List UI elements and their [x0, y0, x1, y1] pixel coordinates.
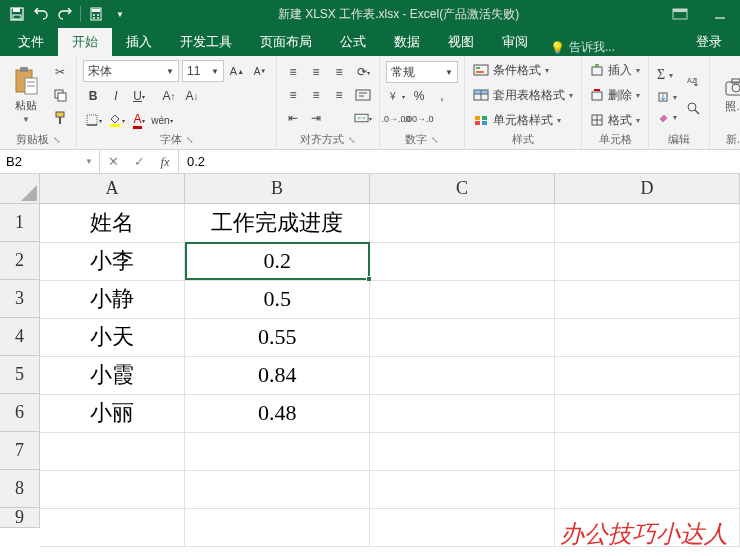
wrap-text-icon[interactable] — [353, 85, 373, 105]
bold-button[interactable]: B — [83, 86, 103, 106]
align-bottom-icon[interactable]: ≡ — [329, 62, 349, 82]
cut-button[interactable]: ✂ — [50, 62, 70, 82]
decrease-decimal-icon[interactable]: .00→.0 — [409, 109, 429, 129]
fill-color-button[interactable]: ▾ — [106, 110, 126, 130]
cell-A4: 小天 — [40, 318, 185, 356]
minimize-button[interactable] — [700, 0, 740, 28]
tab-insert[interactable]: 插入 — [112, 28, 166, 56]
font-name-select[interactable]: 宋体▼ — [83, 60, 179, 82]
tab-home[interactable]: 开始 — [58, 28, 112, 56]
group-alignment: ≡ ≡ ≡ ≡ ≡ ≡ ⇤ ⇥ ⟳▾ ▾ 对齐方式⤡ — [277, 56, 380, 149]
paste-button[interactable]: 粘贴 ▼ — [6, 60, 46, 130]
clear-button[interactable]: ▾ — [655, 110, 679, 124]
tab-formulas[interactable]: 公式 — [326, 28, 380, 56]
row-header-1[interactable]: 1 — [0, 204, 40, 242]
row-header-8[interactable]: 8 — [0, 470, 40, 508]
title-bar: ▼ 新建 XLSX 工作表.xlsx - Excel(产品激活失败) — [0, 0, 740, 28]
underline-button[interactable]: U▾ — [129, 86, 149, 106]
tab-view[interactable]: 视图 — [434, 28, 488, 56]
undo-icon[interactable] — [30, 3, 52, 25]
border-button[interactable]: ▾ — [83, 110, 103, 130]
percent-format-icon[interactable]: % — [409, 86, 429, 106]
select-all-button[interactable] — [0, 174, 40, 204]
tab-review[interactable]: 审阅 — [488, 28, 542, 56]
delete-cells-button[interactable]: 删除▾ — [588, 86, 642, 105]
row-header-9[interactable]: 9 — [0, 508, 40, 528]
col-header-C[interactable]: C — [370, 174, 555, 204]
cell-B4: 0.55 — [185, 318, 370, 356]
fx-button[interactable]: fx — [152, 154, 178, 170]
italic-button[interactable]: I — [106, 86, 126, 106]
align-right-icon[interactable]: ≡ — [329, 85, 349, 105]
camera-button[interactable]: 照… — [716, 60, 740, 130]
find-select-button[interactable] — [683, 98, 703, 118]
col-header-B[interactable]: B — [185, 174, 370, 204]
cell-styles-button[interactable]: 单元格样式▾ — [471, 111, 575, 130]
insert-cells-button[interactable]: 插入▾ — [588, 61, 642, 80]
merge-cells-icon[interactable]: ▾ — [353, 108, 373, 128]
format-cells-button[interactable]: 格式▾ — [588, 111, 642, 130]
cells-table[interactable]: 姓名工作完成进度 小李0.2 小静0.5 小天0.55 小霞0.84 小丽0.4… — [40, 204, 740, 547]
increase-decimal-icon[interactable]: .0→.00 — [386, 109, 406, 129]
ribbon-options-icon[interactable] — [660, 0, 700, 28]
number-launcher[interactable]: ⤡ — [431, 135, 439, 145]
align-top-icon[interactable]: ≡ — [283, 62, 303, 82]
login-button[interactable]: 登录 — [682, 28, 736, 56]
decrease-font-icon[interactable]: A▼ — [250, 61, 270, 81]
font-size-select[interactable]: 11▼ — [182, 60, 224, 82]
table-format-button[interactable]: 套用表格格式▾ — [471, 86, 575, 105]
increase-font-alt[interactable]: A↑ — [159, 86, 179, 106]
row-header-3[interactable]: 3 — [0, 280, 40, 318]
enter-formula-button[interactable]: ✓ — [126, 154, 152, 169]
orientation-icon[interactable]: ⟳▾ — [353, 62, 373, 82]
increase-font-icon[interactable]: A▲ — [227, 61, 247, 81]
align-center-icon[interactable]: ≡ — [306, 85, 326, 105]
tell-me-search[interactable]: 💡 告诉我... — [542, 39, 623, 56]
qat-customize-icon[interactable]: ▼ — [109, 3, 131, 25]
row-header-2[interactable]: 2 — [0, 242, 40, 280]
row-header-4[interactable]: 4 — [0, 318, 40, 356]
phonetic-button[interactable]: wén▾ — [152, 110, 172, 130]
col-header-A[interactable]: A — [40, 174, 185, 204]
align-middle-icon[interactable]: ≡ — [306, 62, 326, 82]
tab-data[interactable]: 数据 — [380, 28, 434, 56]
accounting-format-icon[interactable]: ¥▾ — [386, 86, 406, 106]
svg-rect-1 — [13, 8, 20, 12]
row-header-5[interactable]: 5 — [0, 356, 40, 394]
svg-rect-25 — [355, 114, 368, 122]
col-header-D[interactable]: D — [555, 174, 740, 204]
redo-icon[interactable] — [54, 3, 76, 25]
group-editing: Σ▾ ▾ ▾ AZ 编辑 — [649, 56, 710, 149]
name-box[interactable]: B2 ▼ — [0, 150, 100, 173]
number-format-select[interactable]: 常规▼ — [386, 61, 458, 83]
format-painter-button[interactable] — [50, 108, 70, 128]
tab-developer[interactable]: 开发工具 — [166, 28, 246, 56]
align-left-icon[interactable]: ≡ — [283, 85, 303, 105]
formula-input[interactable]: 0.2 — [179, 150, 740, 173]
decrease-indent-icon[interactable]: ⇤ — [283, 108, 303, 128]
row-header-7[interactable]: 7 — [0, 432, 40, 470]
comma-format-icon[interactable]: , — [432, 86, 452, 106]
font-color-button[interactable]: A▾ — [129, 110, 149, 130]
autosum-button[interactable]: Σ▾ — [655, 66, 679, 84]
decrease-font-alt[interactable]: A↓ — [182, 86, 202, 106]
svg-point-6 — [97, 14, 99, 16]
font-launcher[interactable]: ⤡ — [186, 135, 194, 145]
conditional-format-button[interactable]: 条件格式▾ — [471, 61, 575, 80]
fill-button[interactable]: ▾ — [655, 90, 679, 104]
calculator-icon[interactable] — [85, 3, 107, 25]
window-title: 新建 XLSX 工作表.xlsx - Excel(产品激活失败) — [137, 6, 660, 23]
tab-file[interactable]: 文件 — [4, 28, 58, 56]
svg-point-45 — [688, 103, 696, 111]
copy-button[interactable] — [50, 85, 70, 105]
align-launcher[interactable]: ⤡ — [348, 135, 356, 145]
cancel-formula-button[interactable]: ✕ — [100, 154, 126, 169]
clipboard-launcher[interactable]: ⤡ — [53, 135, 61, 145]
increase-indent-icon[interactable]: ⇥ — [306, 108, 326, 128]
sort-filter-button[interactable]: AZ — [683, 72, 703, 92]
save-icon[interactable] — [6, 3, 28, 25]
tab-layout[interactable]: 页面布局 — [246, 28, 326, 56]
spreadsheet-grid: A B C D 1 2 3 4 5 6 7 8 9 姓名工作完成进度 小李0.2… — [0, 174, 740, 547]
row-header-6[interactable]: 6 — [0, 394, 40, 432]
cell-C1 — [370, 204, 555, 242]
